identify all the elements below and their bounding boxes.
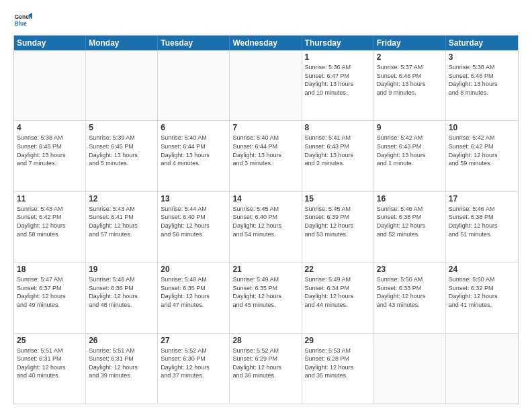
day-cell-28: 28Sunrise: 5:52 AM Sunset: 6:29 PM Dayli… (230, 334, 302, 404)
week-row-4: 18Sunrise: 5:47 AM Sunset: 6:37 PM Dayli… (14, 263, 518, 333)
day-number: 17 (449, 194, 515, 203)
day-info: Sunrise: 5:39 AM Sunset: 6:45 PM Dayligh… (89, 134, 154, 167)
day-number: 7 (232, 123, 298, 132)
day-cell-13: 13Sunrise: 5:44 AM Sunset: 6:40 PM Dayli… (158, 192, 230, 262)
day-number: 3 (449, 52, 515, 62)
day-cell-7: 7Sunrise: 5:40 AM Sunset: 6:44 PM Daylig… (230, 121, 302, 191)
day-info: Sunrise: 5:48 AM Sunset: 6:36 PM Dayligh… (89, 275, 154, 309)
logo: General Blue (13, 11, 35, 30)
day-info: Sunrise: 5:38 AM Sunset: 6:46 PM Dayligh… (449, 63, 515, 97)
day-number: 20 (161, 265, 226, 274)
day-number: 4 (17, 123, 83, 132)
day-header-saturday: Saturday (446, 36, 518, 50)
day-number: 25 (17, 336, 83, 345)
day-info: Sunrise: 5:51 AM Sunset: 6:31 PM Dayligh… (89, 347, 154, 380)
day-number: 24 (449, 265, 515, 274)
day-number: 5 (89, 123, 154, 132)
day-cell-6: 6Sunrise: 5:40 AM Sunset: 6:44 PM Daylig… (158, 121, 230, 191)
day-number: 2 (377, 52, 443, 62)
day-cell-23: 23Sunrise: 5:50 AM Sunset: 6:33 PM Dayli… (374, 263, 446, 332)
day-info: Sunrise: 5:41 AM Sunset: 6:43 PM Dayligh… (305, 134, 371, 167)
day-info: Sunrise: 5:47 AM Sunset: 6:37 PM Dayligh… (17, 275, 83, 309)
logo-icon: General Blue (13, 11, 32, 30)
day-info: Sunrise: 5:42 AM Sunset: 6:42 PM Dayligh… (449, 134, 515, 167)
day-number: 27 (161, 336, 226, 345)
day-number: 6 (161, 123, 226, 132)
day-cell-15: 15Sunrise: 5:45 AM Sunset: 6:39 PM Dayli… (302, 192, 374, 262)
day-number: 9 (377, 123, 443, 132)
day-cell-22: 22Sunrise: 5:49 AM Sunset: 6:34 PM Dayli… (302, 263, 374, 332)
day-number: 14 (232, 194, 298, 203)
day-number: 29 (305, 336, 371, 345)
day-header-thursday: Thursday (302, 36, 374, 50)
empty-cell (446, 334, 518, 404)
day-number: 26 (89, 336, 154, 345)
calendar: SundayMondayTuesdayWednesdayThursdayFrid… (13, 35, 519, 404)
day-cell-19: 19Sunrise: 5:48 AM Sunset: 6:36 PM Dayli… (86, 263, 158, 332)
day-info: Sunrise: 5:40 AM Sunset: 6:44 PM Dayligh… (161, 134, 226, 167)
day-cell-21: 21Sunrise: 5:49 AM Sunset: 6:35 PM Dayli… (230, 263, 302, 332)
day-info: Sunrise: 5:46 AM Sunset: 6:38 PM Dayligh… (377, 205, 443, 238)
empty-cell (86, 50, 158, 120)
day-number: 10 (449, 123, 515, 132)
week-row-1: 1Sunrise: 5:36 AM Sunset: 6:47 PM Daylig… (14, 50, 518, 121)
day-header-tuesday: Tuesday (158, 36, 230, 50)
day-number: 21 (232, 265, 298, 274)
day-number: 22 (305, 265, 371, 274)
day-number: 15 (305, 194, 371, 203)
day-info: Sunrise: 5:36 AM Sunset: 6:47 PM Dayligh… (305, 63, 371, 97)
day-info: Sunrise: 5:50 AM Sunset: 6:33 PM Dayligh… (377, 275, 443, 309)
day-header-monday: Monday (86, 36, 158, 50)
day-info: Sunrise: 5:37 AM Sunset: 6:46 PM Dayligh… (377, 63, 443, 97)
header: General Blue (13, 11, 519, 30)
day-info: Sunrise: 5:51 AM Sunset: 6:31 PM Dayligh… (17, 347, 83, 380)
day-info: Sunrise: 5:40 AM Sunset: 6:44 PM Dayligh… (232, 134, 298, 167)
day-cell-5: 5Sunrise: 5:39 AM Sunset: 6:45 PM Daylig… (86, 121, 158, 191)
day-info: Sunrise: 5:38 AM Sunset: 6:45 PM Dayligh… (17, 134, 83, 167)
page: General Blue SundayMondayTuesdayWednesda… (0, 0, 532, 411)
empty-cell (374, 334, 446, 404)
day-info: Sunrise: 5:43 AM Sunset: 6:42 PM Dayligh… (17, 205, 83, 238)
week-row-5: 25Sunrise: 5:51 AM Sunset: 6:31 PM Dayli… (14, 334, 518, 404)
day-info: Sunrise: 5:49 AM Sunset: 6:35 PM Dayligh… (232, 275, 298, 309)
day-cell-17: 17Sunrise: 5:46 AM Sunset: 6:38 PM Dayli… (446, 192, 518, 262)
day-info: Sunrise: 5:45 AM Sunset: 6:40 PM Dayligh… (232, 205, 298, 238)
day-number: 28 (232, 336, 298, 345)
empty-cell (158, 50, 230, 120)
day-cell-4: 4Sunrise: 5:38 AM Sunset: 6:45 PM Daylig… (14, 121, 86, 191)
day-info: Sunrise: 5:49 AM Sunset: 6:34 PM Dayligh… (305, 275, 371, 309)
week-row-2: 4Sunrise: 5:38 AM Sunset: 6:45 PM Daylig… (14, 121, 518, 191)
day-info: Sunrise: 5:50 AM Sunset: 6:32 PM Dayligh… (449, 275, 515, 309)
svg-text:Blue: Blue (15, 20, 28, 27)
day-header-friday: Friday (374, 36, 446, 50)
day-number: 12 (89, 194, 154, 203)
day-number: 19 (89, 265, 154, 274)
day-cell-12: 12Sunrise: 5:43 AM Sunset: 6:41 PM Dayli… (86, 192, 158, 262)
day-info: Sunrise: 5:43 AM Sunset: 6:41 PM Dayligh… (89, 205, 154, 238)
day-cell-27: 27Sunrise: 5:52 AM Sunset: 6:30 PM Dayli… (158, 334, 230, 404)
day-cell-3: 3Sunrise: 5:38 AM Sunset: 6:46 PM Daylig… (446, 50, 518, 120)
day-info: Sunrise: 5:42 AM Sunset: 6:43 PM Dayligh… (377, 134, 443, 167)
day-header-wednesday: Wednesday (230, 36, 302, 50)
day-cell-24: 24Sunrise: 5:50 AM Sunset: 6:32 PM Dayli… (446, 263, 518, 332)
day-cell-29: 29Sunrise: 5:53 AM Sunset: 6:28 PM Dayli… (302, 334, 374, 404)
day-header-sunday: Sunday (14, 36, 86, 50)
day-info: Sunrise: 5:52 AM Sunset: 6:30 PM Dayligh… (161, 347, 226, 380)
day-number: 13 (161, 194, 226, 203)
day-number: 16 (377, 194, 443, 203)
calendar-header: SundayMondayTuesdayWednesdayThursdayFrid… (14, 36, 518, 50)
day-cell-11: 11Sunrise: 5:43 AM Sunset: 6:42 PM Dayli… (14, 192, 86, 262)
day-cell-20: 20Sunrise: 5:48 AM Sunset: 6:35 PM Dayli… (158, 263, 230, 332)
empty-cell (230, 50, 302, 120)
day-cell-26: 26Sunrise: 5:51 AM Sunset: 6:31 PM Dayli… (86, 334, 158, 404)
day-cell-2: 2Sunrise: 5:37 AM Sunset: 6:46 PM Daylig… (374, 50, 446, 120)
day-number: 23 (377, 265, 443, 274)
day-cell-25: 25Sunrise: 5:51 AM Sunset: 6:31 PM Dayli… (14, 334, 86, 404)
day-info: Sunrise: 5:52 AM Sunset: 6:29 PM Dayligh… (232, 347, 298, 380)
week-row-3: 11Sunrise: 5:43 AM Sunset: 6:42 PM Dayli… (14, 192, 518, 263)
day-cell-9: 9Sunrise: 5:42 AM Sunset: 6:43 PM Daylig… (374, 121, 446, 191)
day-info: Sunrise: 5:45 AM Sunset: 6:39 PM Dayligh… (305, 205, 371, 238)
day-cell-10: 10Sunrise: 5:42 AM Sunset: 6:42 PM Dayli… (446, 121, 518, 191)
day-info: Sunrise: 5:53 AM Sunset: 6:28 PM Dayligh… (305, 347, 371, 380)
day-cell-16: 16Sunrise: 5:46 AM Sunset: 6:38 PM Dayli… (374, 192, 446, 262)
